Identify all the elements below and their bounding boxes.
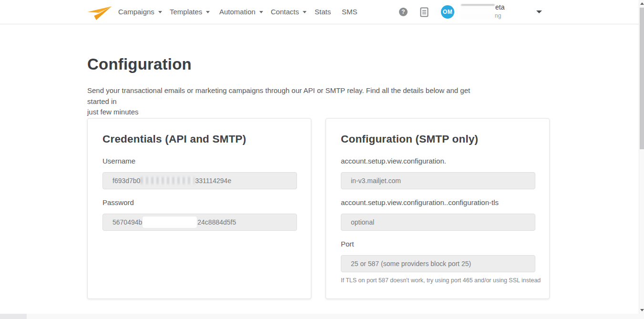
user-name: eta (461, 3, 513, 12)
username-field[interactable]: f693d7b0331114294e (102, 172, 297, 189)
horizontal-scrollbar-thumb[interactable] (0, 314, 27, 319)
username-value-suffix: 331114294e (195, 177, 231, 185)
credentials-card-title: Credentials (API and SMTP) (102, 133, 246, 145)
user-menu-chevron-down-icon[interactable] (536, 10, 542, 13)
top-navigation-bar: Campaigns Templates Automation Contacts … (0, 0, 644, 24)
redaction-blur (461, 13, 494, 19)
nav-item-automation[interactable]: Automation (219, 0, 263, 24)
smtp-configuration-card: Configuration (SMTP only) account.setup.… (326, 118, 550, 299)
redaction-box (143, 216, 197, 228)
vertical-scrollbar-thumb[interactable] (640, 8, 644, 149)
password-value-prefix: 5670494b (112, 218, 142, 226)
nav-item-label: Automation (219, 8, 256, 16)
redaction-blur (461, 4, 495, 10)
mailjet-logo-icon[interactable] (86, 3, 113, 21)
user-menu[interactable]: eta ng (461, 3, 513, 20)
nav-item-label: Templates (170, 8, 202, 16)
nav-item-campaigns[interactable]: Campaigns (118, 0, 162, 24)
username-value-prefix: f693d7b0 (112, 177, 140, 185)
page-description: Send your transactional emails or market… (87, 85, 483, 118)
port-field[interactable]: 25 or 587 (some providers block port 25) (341, 255, 535, 272)
nav-item-sms[interactable]: SMS (342, 0, 358, 24)
chevron-down-icon (206, 11, 210, 13)
chevron-down-icon (158, 11, 162, 13)
nav-item-stats[interactable]: Stats (315, 0, 331, 24)
password-label: Password (102, 198, 134, 206)
help-icon[interactable]: ? (399, 8, 408, 16)
redaction-blur (141, 177, 194, 184)
nav-item-label: Campaigns (118, 8, 154, 16)
horizontal-scrollbar[interactable] (0, 314, 639, 319)
scroll-up-icon[interactable] (640, 2, 644, 5)
avatar[interactable]: OM (441, 5, 454, 19)
nav-item-contacts[interactable]: Contacts (271, 0, 307, 24)
page-description-line: just few minutes (87, 107, 483, 118)
app-canvas: Campaigns Templates Automation Contacts … (0, 0, 644, 319)
smtp-host-label: account.setup.view.configuration. (341, 157, 446, 165)
smtp-configuration-card-title: Configuration (SMTP only) (341, 133, 478, 145)
port-helper-text: If TLS on port 587 doesn't work, try usi… (341, 277, 541, 284)
nav-item-label: Contacts (271, 8, 299, 16)
chevron-down-icon (303, 11, 307, 13)
scroll-down-icon[interactable] (640, 309, 644, 311)
page-title: Configuration (87, 55, 192, 73)
smtp-tls-field[interactable]: optional (341, 214, 535, 231)
nav-item-templates[interactable]: Templates (170, 0, 210, 24)
page-description-line: Send your transactional emails or market… (87, 85, 483, 107)
nav-item-label: SMS (342, 8, 358, 16)
credentials-card: Credentials (API and SMTP) Username f693… (87, 118, 311, 299)
vertical-scrollbar[interactable] (639, 0, 644, 314)
scrollbar-corner (639, 314, 644, 319)
smtp-tls-label: account.setup.view.configuration..config… (341, 198, 499, 206)
password-field[interactable]: 5670494b24c8884d5f5 (102, 214, 297, 231)
smtp-host-field[interactable]: in-v3.mailjet.com (341, 172, 535, 189)
chevron-down-icon (259, 11, 263, 13)
document-notes-icon[interactable] (420, 7, 429, 17)
username-label: Username (102, 157, 135, 165)
password-value-suffix: 24c8884d5f5 (197, 218, 236, 226)
user-subtitle: ng (461, 12, 513, 20)
nav-item-label: Stats (315, 8, 331, 16)
port-label: Port (341, 240, 354, 248)
